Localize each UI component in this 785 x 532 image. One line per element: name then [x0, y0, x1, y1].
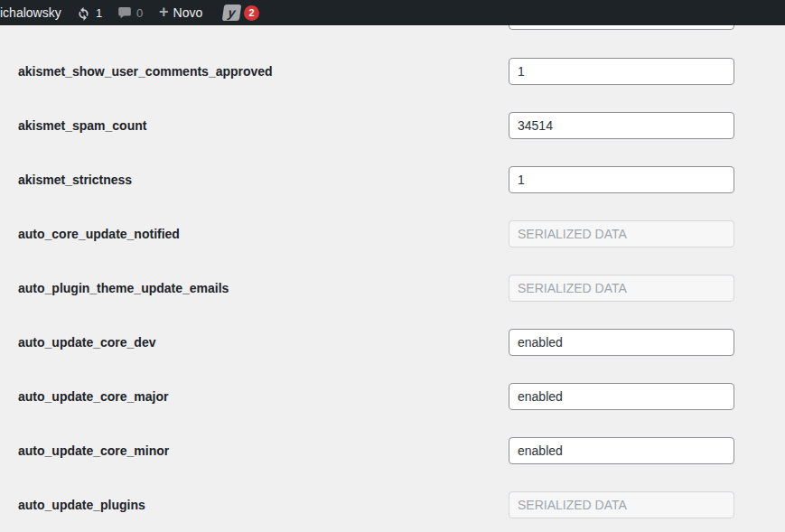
option-name: auto_core_update_notified [18, 227, 509, 241]
option-value-input[interactable] [509, 112, 734, 139]
comments-count: 0 [136, 6, 143, 20]
option-row: auto_update_core_minor [0, 424, 785, 478]
admin-bar-user-menu[interactable]: ichalowsky [0, 0, 61, 25]
admin-bar-new[interactable]: + Novo [159, 0, 202, 25]
option-value-input[interactable] [509, 58, 734, 85]
plus-icon: + [159, 4, 169, 20]
option-row: auto_update_plugins [0, 478, 785, 532]
option-value-input[interactable] [509, 166, 734, 193]
option-value-input[interactable] [509, 437, 734, 464]
option-row: akismet_strictness [0, 153, 785, 207]
option-row: auto_update_core_dev [0, 315, 785, 369]
new-label: Novo [173, 5, 203, 20]
option-row: auto_core_update_notified [0, 207, 785, 261]
option-value-input[interactable] [509, 383, 734, 410]
option-row: akismet_show_user_comments_approved [0, 44, 785, 98]
yoast-icon: y [222, 5, 242, 21]
comments-icon [117, 5, 132, 20]
option-value-input [509, 220, 734, 247]
notification-badge: 2 [244, 5, 259, 21]
all-settings-table: akismet_show_user_comments_approved akis… [0, 44, 785, 532]
admin-bar-updates[interactable]: 1 [76, 0, 102, 25]
option-name: akismet_show_user_comments_approved [18, 64, 509, 79]
admin-bar-yoast[interactable]: y 2 [223, 0, 259, 25]
user-menu-label: ichalowsky [0, 5, 61, 20]
option-name: auto_update_core_major [18, 389, 509, 404]
option-row: auto_update_core_major [0, 369, 785, 424]
option-name: akismet_spam_count [18, 118, 509, 133]
option-name: akismet_strictness [18, 173, 509, 187]
option-name: auto_update_core_minor [18, 443, 509, 458]
option-value-input [509, 275, 734, 302]
option-name: auto_plugin_theme_update_emails [18, 281, 509, 295]
option-name: auto_update_core_dev [18, 335, 509, 350]
updates-count: 1 [96, 6, 102, 20]
admin-bar-comments[interactable]: 0 [117, 0, 143, 25]
option-row: auto_plugin_theme_update_emails [0, 261, 785, 315]
option-name: auto_update_plugins [18, 498, 509, 512]
option-value-input [509, 491, 734, 518]
option-row: akismet_spam_count [0, 98, 785, 153]
admin-bar: ichalowsky 1 0 + Novo y 2 [0, 0, 785, 25]
option-value-input[interactable] [509, 329, 734, 356]
update-icon [76, 5, 91, 21]
